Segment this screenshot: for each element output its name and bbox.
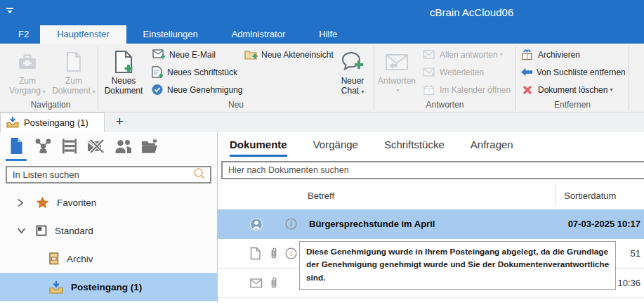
zum-dokument-button[interactable]: Zum Dokument▾ (51, 44, 97, 100)
zum-dokument-label-line1: Zum (65, 76, 82, 86)
im-kalender-oeffnen-button[interactable]: 7 Im Kalender öffnen (419, 81, 515, 98)
tree-item-posteingang[interactable]: Posteingang (1) (0, 273, 217, 301)
weiterleiten-button[interactable]: Weiterleiten (419, 63, 515, 81)
document-icon (250, 247, 270, 260)
neuer-chat-label-line2: Chat (341, 86, 359, 96)
ribbon-separator (98, 46, 98, 110)
inbox-icon (49, 281, 63, 294)
neue-genehmigung-button[interactable]: Neue Genehmigung (148, 81, 241, 98)
tooltip-line: Diese Genehmigung wurde in Ihrem Postein… (306, 245, 609, 258)
list-search-input[interactable] (11, 169, 193, 181)
zum-vorgang-label-line1: Zum (19, 76, 36, 86)
neues-dokument-label-line2: Dokument (105, 86, 143, 96)
tooltip-line: sind. (306, 271, 609, 284)
delete-x-icon (520, 85, 534, 95)
tab-dokumente[interactable]: Dokumente (230, 138, 287, 157)
sidebar-view-documents[interactable] (6, 136, 27, 161)
menu-hauptfenster[interactable]: Hauptfenster (40, 25, 126, 44)
tree-item-favoriten[interactable]: Favoriten (0, 188, 217, 217)
chevron-down-icon[interactable] (17, 227, 27, 234)
case-icon (18, 48, 37, 76)
neues-dokument-button[interactable]: Neues Dokument (99, 44, 148, 100)
neue-email-button[interactable]: Neue E-Mail (148, 46, 241, 63)
svg-text:i: i (290, 220, 292, 228)
group-label-neu: Neu (99, 100, 373, 112)
row-date: 51 (631, 248, 644, 259)
tab-anfragen[interactable]: Anfragen (471, 138, 513, 157)
von-suchliste-entfernen-label: Von Suchliste entfernen (537, 67, 626, 77)
list-tab-strip: Posteingang (1) + (0, 112, 644, 132)
tab-posteingang[interactable]: Posteingang (1) (0, 112, 105, 132)
dropdown-icon: ▾ (93, 89, 96, 95)
quick-access-dropdown-icon[interactable] (6, 4, 14, 17)
sidebar-view-crossed-mail[interactable] (86, 136, 107, 161)
window-title: cBrain AcCloud06 (430, 6, 513, 18)
im-kalender-oeffnen-label: Im Kalender öffnen (440, 85, 511, 95)
tab-vorgaenge[interactable]: Vorgänge (313, 138, 358, 157)
tab-posteingang-label: Posteingang (1) (24, 117, 88, 128)
sidebar-icon-bar (0, 132, 217, 161)
menu-f2[interactable]: F2 (7, 25, 40, 44)
document-search-box (221, 161, 644, 179)
menu-einstellungen[interactable]: Einstellungen (126, 25, 215, 44)
chevron-right-icon[interactable] (17, 198, 27, 207)
tree-item-archiv[interactable]: Archiv (0, 245, 217, 273)
document-search-input[interactable] (223, 165, 644, 176)
menu-hilfe[interactable]: Hilfe (302, 25, 354, 44)
table-row[interactable]: i Bürgersprechstunde im April 07-03-2025… (218, 209, 644, 239)
neues-schriftstueck-label: Neues Schriftstück (167, 67, 237, 77)
ribbon-tab-bar: F2 Hauptfenster Einstellungen Administra… (0, 25, 644, 44)
ribbon-separator (374, 46, 374, 110)
row-subject: Bürgersprechstunde im April (309, 219, 568, 229)
neue-email-label: Neue E-Mail (169, 50, 216, 60)
document-icon (65, 48, 82, 76)
dropdown-icon: ▾ (500, 51, 503, 58)
mail-icon (250, 278, 270, 288)
column-header-sortierdatum[interactable]: Sortierdatum (564, 191, 616, 201)
inbox-icon (6, 116, 19, 130)
weiterleiten-label: Weiterleiten (440, 67, 484, 77)
dropdown-icon: ▾ (361, 89, 364, 95)
zum-vorgang-button[interactable]: Zum Vorgang▾ (4, 44, 51, 100)
neues-schriftstueck-button[interactable]: Neues Schriftstück (148, 63, 241, 81)
neue-genehmigung-label: Neue Genehmigung (167, 85, 242, 95)
table-header: Betreff Sortierdatum (218, 181, 644, 209)
archivieren-button[interactable]: Archivieren (517, 46, 628, 63)
allen-antworten-button[interactable]: Allen antworten ▾ (419, 46, 515, 63)
sheet-plus-icon (152, 66, 164, 78)
paperclip-icon (270, 276, 285, 290)
tab-schriftstuecke[interactable]: Schriftstücke (384, 138, 445, 157)
von-suchliste-entfernen-button[interactable]: Von Suchliste entfernen (517, 63, 628, 81)
neues-dokument-label-line1: Neues (112, 76, 136, 86)
sidebar-view-contacts[interactable] (112, 136, 133, 161)
calendar-icon: 7 (422, 84, 436, 96)
sidebar-search-box (6, 166, 211, 183)
info-icon[interactable]: i (285, 218, 309, 230)
shelf-icon (61, 138, 78, 157)
standard-folder-icon (36, 225, 47, 236)
new-tab-button[interactable]: + (116, 112, 124, 132)
application-window: cBrain AcCloud06 F2 Hauptfenster Einstel… (0, 0, 644, 303)
zum-vorgang-label-line2: Vorgang (9, 86, 41, 96)
antworten-button[interactable]: Antworten ▾ (375, 44, 419, 100)
folder-plus-icon (244, 49, 258, 60)
sidebar-view-cases[interactable] (139, 136, 160, 161)
neuer-chat-button[interactable]: Neuer Chat▾ (332, 44, 373, 100)
dropdown-icon: ▾ (610, 86, 612, 93)
list-tree: Favoriten Standard Archiv (0, 188, 217, 301)
neuer-chat-label-line1: Neuer (341, 76, 364, 86)
tree-item-standard[interactable]: Standard (0, 217, 217, 245)
dropdown-icon: ▾ (396, 86, 399, 96)
zum-dokument-label-line2: Dokument (52, 86, 91, 96)
tooltip-line: der Genehmigung genehmigt wurde und Sie … (306, 258, 609, 271)
column-header-betreff[interactable]: Betreff (308, 191, 334, 201)
menu-administrator[interactable]: Administrator (215, 25, 303, 44)
column-divider[interactable] (556, 184, 556, 205)
sidebar-view-distribution[interactable] (32, 136, 53, 161)
dokument-loeschen-button[interactable]: Dokument löschen ▾ (517, 81, 628, 98)
approval-check-icon (152, 84, 164, 96)
org-network-icon (34, 138, 53, 157)
reply-all-mail-icon (422, 50, 436, 60)
sidebar-view-shelf[interactable] (59, 136, 80, 161)
neue-akteneinsicht-button[interactable]: Neue Akteneinsicht (241, 46, 332, 63)
